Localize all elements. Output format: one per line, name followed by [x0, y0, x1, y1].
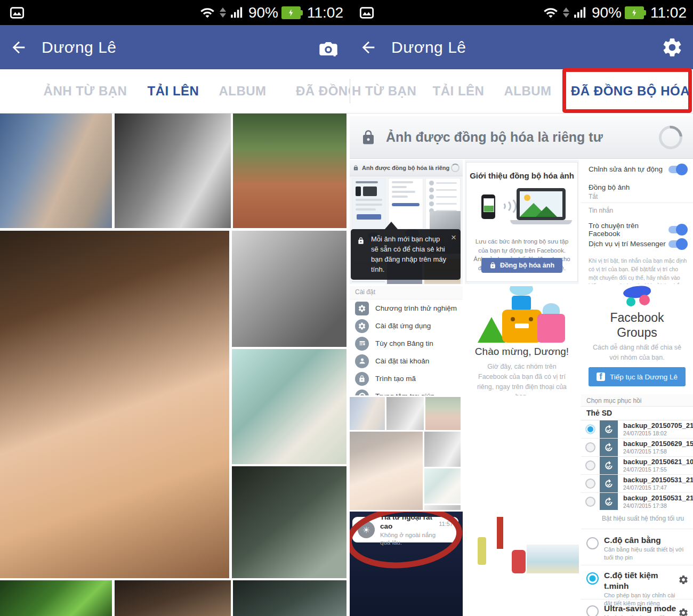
battery-mode-row[interactable]: Ultra-saving mode Maximize the battery l…	[585, 603, 689, 616]
menu-item-account-settings[interactable]: Cài đặt tài khoản	[350, 352, 463, 370]
lock-icon	[353, 165, 359, 171]
radio-icon[interactable]	[585, 460, 595, 471]
tab-albums[interactable]: ALBUM	[501, 69, 554, 113]
storage-label: Thẻ SD	[581, 407, 693, 420]
news-feed-icon	[355, 337, 369, 351]
lock-icon	[357, 237, 365, 245]
tab-bar: ẢNH TỪ BẠN TẢI LÊN ALBUM ĐÃ ĐỒNG	[0, 69, 350, 114]
mini-privacy-text: Anh được đồng bộ hóa là riêng tư	[362, 165, 451, 171]
tab-synced[interactable]: ĐÃ ĐỒNG	[296, 69, 350, 113]
synced-screenshot-thumbnail[interactable]: Anh được đồng bộ hóa là riêng tư	[350, 160, 463, 284]
backup-row[interactable]: backup_20150705_21335724/07/2015 18:02	[581, 420, 693, 439]
gallery-icon	[9, 5, 25, 20]
photo-thumbnail[interactable]	[115, 580, 231, 616]
photo-thumbnail[interactable]	[232, 466, 346, 578]
camera-add-button[interactable]	[317, 37, 340, 58]
menu-item-beta-program[interactable]: Chương trình thử nghiệm	[350, 299, 463, 317]
welcome-body: Giờ đây, các nhóm trên Facebook của bạn …	[472, 362, 571, 395]
photo-thumbnail[interactable]	[0, 580, 112, 616]
tab-photos-of-you[interactable]: ẢNH TỪ BẠN	[37, 69, 133, 113]
store-photo[interactable]	[465, 513, 579, 616]
photo-thumbnail[interactable]	[233, 114, 346, 228]
photo-thumbnail[interactable]	[233, 580, 346, 616]
tab-photos-of-you[interactable]: H TỪ BẠN	[350, 69, 421, 113]
backup-row[interactable]: backup_20150629_15310724/07/2015 17:58	[581, 439, 693, 457]
radio-icon[interactable]	[586, 605, 599, 616]
page-title: Dương Lê	[391, 38, 466, 56]
continue-as-button[interactable]: f Tiếp tục là Dương Lê	[589, 367, 686, 386]
battery-percent: 90%	[592, 4, 622, 21]
menu-item-code-generator[interactable]: Trình tạo mã	[350, 370, 463, 387]
lock-icon	[360, 129, 376, 146]
auto-edit-toggle[interactable]	[668, 166, 687, 173]
store-counter	[527, 545, 579, 573]
faded-gallery-thumbnail[interactable]	[350, 397, 463, 510]
tab-albums[interactable]: ALBUM	[213, 69, 272, 113]
menu-item-news-feed-prefs[interactable]: Tùy chọn Bảng tin	[350, 335, 463, 352]
back-button[interactable]	[10, 38, 28, 56]
setting-photo-sync-label[interactable]: Đồng bộ ảnh	[589, 183, 687, 191]
welcome-panel: Chào mừng, Dương! Giờ đây, các nhóm trên…	[465, 286, 579, 395]
sync-photos-button[interactable]: Đồng bộ hóa ảnh	[481, 258, 562, 273]
data-activity-icon	[563, 7, 569, 18]
radio-selected-icon[interactable]	[586, 572, 599, 585]
setting-location-label: Dịch vụ vị trí Messenger	[589, 240, 668, 248]
gear-icon[interactable]	[678, 574, 689, 607]
photo-thumbnail[interactable]	[115, 114, 231, 228]
gear-icon	[355, 302, 369, 315]
mini-progress-bar	[392, 203, 420, 206]
composite-screenshot: 90% 11:02 Dương Lê ẢNH TỪ BẠN TẢI LÊN AL…	[0, 0, 693, 616]
photo-thumbnail[interactable]	[0, 114, 112, 228]
close-icon[interactable]: ×	[451, 231, 456, 245]
lock-icon	[489, 262, 496, 269]
radio-icon[interactable]	[586, 537, 599, 549]
radio-icon[interactable]	[585, 497, 595, 507]
battery-mode-row[interactable]: C.độ cân bằng Cân bằng hiệu suất thiết b…	[585, 535, 689, 562]
restore-header: Chọn mục phục hồi	[581, 394, 693, 407]
app-header: Dương Lê	[0, 25, 350, 69]
restore-icon	[600, 439, 618, 456]
battery-mode-row[interactable]: C.độ tiết kiệm t.minh Cho phép bạn tùy c…	[585, 570, 689, 607]
backup-row[interactable]: backup_20150531_21210524/07/2015 17:38	[581, 493, 693, 510]
sync-intro-title: Giới thiệu đồng bộ hóa ảnh	[466, 171, 577, 180]
backup-row[interactable]: backup_20150531_21223324/07/2015 17:47	[581, 475, 693, 493]
tab-synced[interactable]: ĐÃ ĐỒNG BỘ HÓA	[571, 69, 685, 113]
backup-row[interactable]: backup_20150621_10340924/07/2015 17:55	[581, 457, 693, 475]
battery-modes-panel: Bật hiệu suất hệ thống tối ưu C.độ cân b…	[581, 512, 693, 616]
battery-icon	[281, 6, 301, 19]
groups-panel: Facebook Groups Cách dễ dàng nhất để chi…	[581, 286, 693, 395]
restore-icon	[600, 475, 618, 492]
restore-icon	[600, 493, 618, 510]
location-toggle[interactable]	[668, 240, 687, 248]
sync-intro-panel: Giới thiệu đồng bộ hóa ảnh Lưu các bức ả…	[465, 160, 579, 284]
status-bar: 90% 11:02	[350, 0, 693, 25]
menu-item-app-settings[interactable]: Cài đặt ứng dụng	[350, 317, 463, 335]
laptop-icon	[517, 188, 566, 220]
setting-chat-label: Trò chuyện trên Facebook	[589, 222, 668, 238]
back-button[interactable]	[359, 38, 377, 56]
red-circle-annotation	[350, 512, 463, 616]
tab-uploads[interactable]: TẢI LÊN	[136, 69, 211, 113]
photo-thumbnail[interactable]	[232, 231, 346, 347]
wave-icon	[497, 197, 517, 216]
photo-sync-state: Tắt	[589, 193, 598, 200]
tab-uploads[interactable]: TẢI LÊN	[429, 69, 488, 113]
phone-to-laptop-graphic	[466, 187, 577, 229]
photo-thumbnail[interactable]	[232, 349, 346, 464]
gear-icon[interactable]	[678, 607, 689, 616]
radio-icon[interactable]	[585, 442, 595, 452]
restore-panel: Chọn mục phục hồi Thẻ SD backup_20150705…	[581, 394, 693, 510]
gallery-icon	[359, 5, 375, 20]
chat-toggle[interactable]	[668, 226, 687, 233]
radio-selected-icon[interactable]	[585, 424, 595, 434]
menu-item-help-center[interactable]: Trung tâm trợ giúp	[350, 387, 463, 395]
restore-icon	[600, 420, 618, 438]
notification-screenshot: ☀ Tia tử ngoại rất cao Không ở ngoài nắn…	[350, 512, 463, 616]
settings-gear-button[interactable]	[661, 36, 683, 59]
radio-icon[interactable]	[585, 479, 595, 489]
selfie-photo[interactable]	[465, 397, 579, 510]
sync-tooltip: Mỗi ảnh mới bạn chụp sẽ sẵn có để chia s…	[351, 229, 461, 280]
robots-illustration	[465, 289, 579, 343]
photo-large[interactable]	[0, 231, 229, 578]
store-person	[512, 550, 526, 573]
